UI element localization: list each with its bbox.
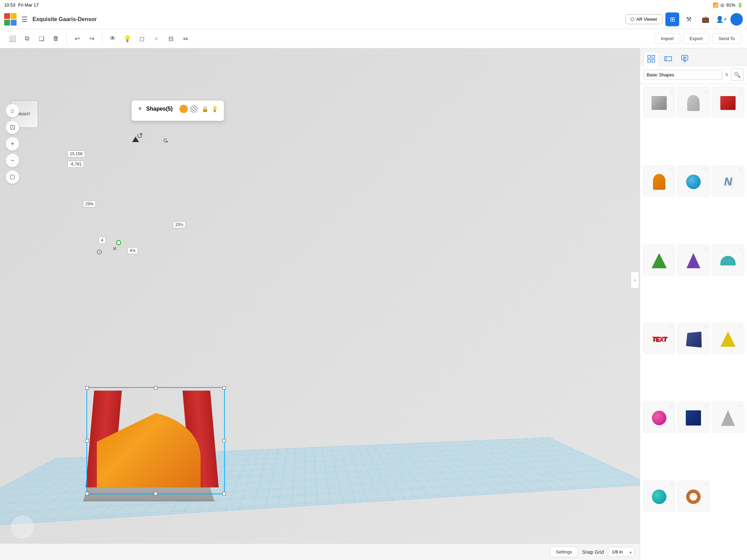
dimension-label-5: 4 (99, 237, 106, 244)
dimension-label-3: 29¾ (83, 200, 96, 207)
toolbar-separator-1 (66, 33, 67, 44)
mirror-x-tool-button[interactable]: ⇔ (178, 32, 192, 46)
redo-button[interactable]: ↪ (85, 32, 99, 46)
duplicate-button[interactable]: ⧉ (20, 32, 34, 46)
left-controls: ⌂ ⊡ + − ⬡ (6, 104, 19, 184)
shapes-tool-button[interactable]: ◻ (135, 32, 149, 46)
dimension-label-6: 4⅛ (127, 247, 138, 254)
project-title[interactable]: Exquisite Gaaris-Densor (33, 16, 443, 22)
nav-bar: ☰ Exquisite Gaaris-Densor ⬡ AR Viewer ⊞ … (0, 10, 443, 29)
dimension-label-4: 20½ (173, 221, 186, 228)
view-tools-group: 👁 💡 ◻ ○ ⊟ ⇔ (106, 32, 192, 46)
light-tool-button[interactable]: 💡 (120, 32, 134, 46)
popup-action-icons: 🔒 💡 (202, 106, 218, 112)
popup-collapse-button[interactable]: ▼ (137, 106, 143, 112)
copy-button[interactable]: ⬜ (6, 32, 19, 46)
move-handle[interactable]: ✕ (112, 245, 117, 252)
dimension-label-2: -6.781 (67, 161, 84, 168)
color-solid-button[interactable] (179, 105, 188, 113)
zoom-out-button[interactable]: − (6, 153, 19, 167)
shapes-popup: ▼ Shapes(5) 🔒 💡 (131, 100, 224, 121)
scale-handle-green[interactable] (116, 240, 121, 245)
history-tools-group: ↩ ↪ (70, 32, 99, 46)
canvas-area[interactable]: ↺ ↺ 15.156 -6.781 29¾ 20½ 4 4⅛ ✕ ⊙ RIGHT… (0, 48, 443, 332)
edit-tools-group: ⬜ ⧉ ❏ 🗑 (6, 32, 63, 46)
status-bar: 10:53 Fri Mar 17 📶 ◎ 91% 🔋 (0, 0, 443, 10)
dimension-label-1: 15.156 (67, 150, 85, 157)
color-hole-button[interactable] (190, 105, 198, 113)
mirror-button[interactable]: ❏ (35, 32, 48, 46)
triangle-indicator (132, 137, 139, 142)
zoom-in-button[interactable]: + (6, 137, 19, 151)
logo-i (11, 13, 17, 19)
logo-k (11, 20, 17, 26)
camera-tool-button[interactable]: 👁 (106, 32, 120, 46)
date-display: Fri Mar 17 (18, 2, 39, 8)
toolbar: ⬜ ⧉ ❏ 🗑 ↩ ↪ 👁 💡 ◻ ○ ⊟ ⇔ Import Export Se… (0, 29, 443, 48)
delete-button[interactable]: 🗑 (49, 32, 63, 46)
time-display: 10:53 (4, 2, 16, 8)
round-tool-button[interactable]: ○ (149, 32, 163, 46)
shapes-popup-header: ▼ Shapes(5) 🔒 💡 (137, 105, 218, 113)
toolbar-separator-2 (102, 33, 102, 44)
home-view-button[interactable]: ⌂ (6, 104, 19, 118)
status-left: 10:53 Fri Mar 17 (4, 2, 39, 8)
fit-view-button[interactable]: ⊡ (6, 120, 19, 134)
logo-n (4, 20, 10, 26)
shape-colors (179, 105, 198, 113)
lock-icon[interactable]: 🔒 (202, 106, 209, 112)
perspective-button[interactable]: ⬡ (6, 170, 19, 184)
bulb-icon[interactable]: 💡 (211, 106, 218, 112)
rotate-handle-2[interactable]: ↺ (162, 138, 169, 143)
undo-button[interactable]: ↩ (70, 32, 84, 46)
shapes-popup-title: Shapes(5) (146, 106, 173, 112)
menu-icon[interactable]: ☰ (20, 14, 29, 25)
logo-t (4, 13, 10, 19)
3d-viewport[interactable]: ↺ ↺ 15.156 -6.781 29¾ 20½ 4 4⅛ ✕ ⊙ (0, 48, 443, 332)
tinkercad-logo[interactable] (4, 13, 17, 26)
cylinder-indicator: ⊙ (96, 248, 102, 256)
align-tool-button[interactable]: ⊟ (164, 32, 178, 46)
